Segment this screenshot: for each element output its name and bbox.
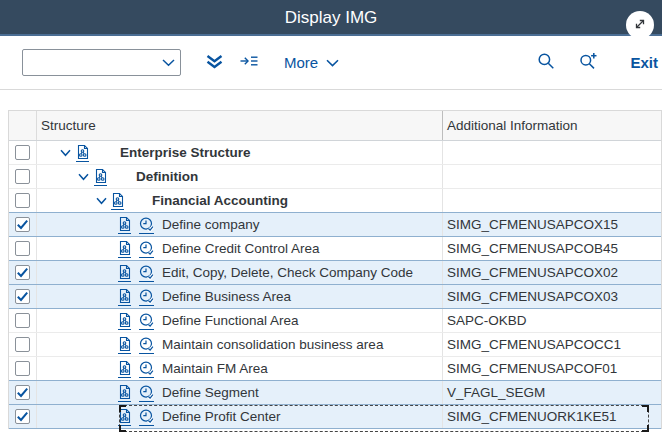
additional-info-value: V_FAGL_SEGM [443,381,661,404]
double-chevron-down-icon [205,54,224,72]
row-checkbox[interactable] [15,361,30,376]
structure-cell: Enterprise Structure [37,141,443,164]
tree-activity-label[interactable]: Define company [162,213,260,236]
more-menu-button[interactable]: More [278,50,345,75]
row-checkbox[interactable] [15,337,30,352]
img-structure-node-icon[interactable] [76,144,90,161]
table-header: Structure Additional Information [9,111,661,141]
tree-activity-label[interactable]: Maintain FM Area [162,357,268,380]
table-row[interactable]: Edit, Copy, Delete, Check Company CodeSI… [9,261,661,285]
additional-info-value [443,189,661,212]
table-row[interactable]: Define Business AreaSIMG_CFMENUSAPCOX03 [9,285,661,309]
expand-all-button[interactable] [197,50,232,76]
arrow-to-list-icon [240,54,258,71]
tree-expander-icon[interactable] [78,173,89,181]
img-structure-node-icon[interactable] [118,264,132,281]
tree-node-label[interactable]: Financial Accounting [152,189,288,212]
img-activity-icon[interactable] [139,240,155,257]
checkbox-cell [9,261,37,284]
additional-info-value: SIMG_CFMENUSAPCOX03 [443,285,661,308]
img-activity-icon[interactable] [139,288,155,305]
additional-info-value: SIMG_CFMENUSAPCOCC1 [443,333,661,356]
checkbox-cell [9,309,37,332]
additional-info-column-header: Additional Information [443,111,661,140]
row-checkbox[interactable] [15,265,30,280]
img-activity-icon[interactable] [139,360,155,377]
checkbox-cell [9,357,37,380]
toolbar: More Exit [0,36,662,90]
tree-activity-label[interactable]: Define Business Area [162,285,291,308]
table-row[interactable]: Define SegmentV_FAGL_SEGM [9,381,661,405]
command-combobox[interactable] [22,49,181,76]
tree-activity-label[interactable]: Define Functional Area [162,309,299,332]
img-structure-node-icon[interactable] [118,408,132,425]
resize-window-button[interactable] [626,11,654,39]
structure-cell: Maintain consolidation business area [37,333,443,356]
additional-info-value: SAPC-OKBD [443,309,661,332]
img-structure-node-icon[interactable] [118,360,132,377]
checkbox-cell [9,285,37,308]
search-button[interactable] [529,48,563,77]
structure-cell: Define Business Area [37,285,443,308]
structure-cell: Define company [37,213,443,236]
img-structure-node-icon[interactable] [94,168,108,185]
command-input[interactable] [23,50,156,75]
goto-position-button[interactable] [232,50,266,75]
img-structure-node-icon[interactable] [118,240,132,257]
exit-button[interactable]: Exit [620,50,660,75]
row-checkbox[interactable] [15,169,30,184]
table-row[interactable]: Financial Accounting [9,189,661,213]
table-row[interactable]: Define Functional AreaSAPC-OKBD [9,309,661,333]
tree-activity-label[interactable]: Define Credit Control Area [162,237,320,260]
img-activity-icon[interactable] [139,264,155,281]
row-checkbox[interactable] [15,241,30,256]
tree-activity-label[interactable]: Define Segment [162,381,259,404]
img-activity-icon[interactable] [139,216,155,233]
row-checkbox[interactable] [15,409,30,424]
tree-activity-label[interactable]: Edit, Copy, Delete, Check Company Code [162,261,413,284]
table-row[interactable]: Define Profit CenterSIMG_CFMENUORK1KE51 [9,405,661,429]
img-activity-icon[interactable] [139,312,155,329]
img-structure-node-icon[interactable] [118,312,132,329]
img-activity-icon[interactable] [139,336,155,353]
chevron-down-icon[interactable] [156,59,180,67]
page-title: Display IMG [0,0,662,36]
additional-info-value: SIMG_CFMENUSAPCOB45 [443,237,661,260]
tree-expander-icon[interactable] [60,149,71,157]
structure-cell: Define Credit Control Area [37,237,443,260]
img-structure-node-icon[interactable] [111,192,125,209]
checkbox-cell [9,141,37,164]
table-row[interactable]: Enterprise Structure [9,141,661,165]
row-checkbox[interactable] [15,385,30,400]
row-checkbox[interactable] [15,193,30,208]
tree-activity-label[interactable]: Maintain consolidation business area [162,333,383,356]
img-structure-node-icon[interactable] [118,216,132,233]
row-checkbox[interactable] [15,313,30,328]
checkbox-cell [9,237,37,260]
img-activity-icon[interactable] [139,384,155,401]
table-row[interactable]: Definition [9,165,661,189]
img-activity-icon[interactable] [139,408,155,425]
img-structure-node-icon[interactable] [118,336,132,353]
table-row[interactable]: Define Credit Control AreaSIMG_CFMENUSAP… [9,237,661,261]
row-checkbox[interactable] [15,145,30,160]
img-structure-node-icon[interactable] [118,288,132,305]
additional-info-value: SIMG_CFMENUSAPCOF01 [443,357,661,380]
tree-activity-label[interactable]: Define Profit Center [162,405,281,428]
tree-node-label[interactable]: Enterprise Structure [120,141,251,164]
diagonal-resize-icon [633,17,647,34]
search-next-button[interactable] [571,48,606,77]
img-structure-node-icon[interactable] [118,384,132,401]
table-row[interactable]: Define companySIMG_CFMENUSAPCOX15 [9,213,661,237]
table-row[interactable]: Maintain FM AreaSIMG_CFMENUSAPCOF01 [9,357,661,381]
tree-expander-icon[interactable] [96,197,107,205]
table-row[interactable]: Maintain consolidation business areaSIMG… [9,333,661,357]
row-checkbox[interactable] [15,217,30,232]
checkbox-cell [9,405,37,428]
table-body: Enterprise StructureDefinitionFinancial … [9,141,661,429]
tree-node-label[interactable]: Definition [136,165,198,188]
chevron-down-icon [326,54,339,71]
additional-info-value: SIMG_CFMENUORK1KE51 [443,405,661,428]
row-checkbox[interactable] [15,289,30,304]
structure-cell: Financial Accounting [37,189,443,212]
